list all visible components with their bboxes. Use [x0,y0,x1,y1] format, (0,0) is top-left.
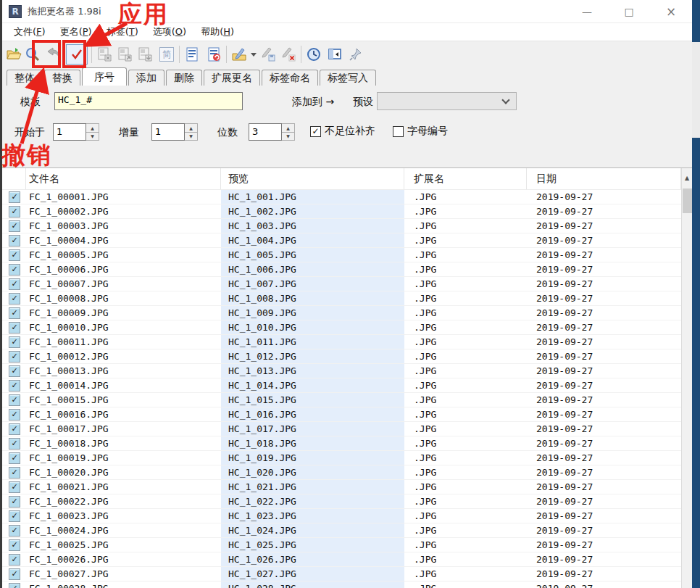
rename-import-icon[interactable] [136,46,154,63]
row-checkbox[interactable]: ✓ [9,322,20,334]
menu-item-o[interactable]: 选项(O) [146,24,193,40]
tab-5[interactable]: 删除 [166,70,202,86]
menu-item-h[interactable]: 帮助(H) [193,24,241,40]
row-checkbox[interactable]: ✓ [9,293,20,305]
table-row[interactable]: ✓ FC_1_00023.JPG HC_1_023.JPG .JPG 2019-… [2,509,681,523]
spin-up-icon[interactable]: ▲ [282,124,294,133]
row-checkbox[interactable]: ✓ [9,336,20,348]
history-clock-icon[interactable] [305,46,322,63]
increment-value[interactable]: 1 [151,123,185,141]
table-row[interactable]: ✓ FC_1_00014.JPG HC_1_014.JPG .JPG 2019-… [2,378,681,393]
digits-value[interactable]: 3 [249,123,282,141]
row-checkbox[interactable]: ✓ [9,539,20,551]
table-row[interactable]: ✓ FC_1_00007.JPG HC_1_007.JPG .JPG 2019-… [2,277,681,291]
table-row[interactable]: ✓ FC_1_00011.JPG HC_1_011.JPG .JPG 2019-… [2,335,681,349]
column-header-1[interactable]: 文件名 [26,168,221,189]
checkbox-unchecked-icon[interactable] [393,126,404,137]
row-checkbox[interactable]: ✓ [9,452,20,464]
rename-auto-icon[interactable] [96,46,113,63]
search-preview-icon[interactable] [24,46,41,63]
undo-icon[interactable] [44,46,62,63]
spin-up-icon[interactable]: ▲ [86,124,99,133]
row-checkbox[interactable]: ✓ [9,423,20,435]
row-checkbox[interactable]: ✓ [9,583,20,588]
table-row[interactable]: ✓ FC_1_00022.JPG HC_1_022.JPG .JPG 2019-… [2,494,681,509]
menu-item-t[interactable]: 标签(T) [99,24,146,40]
table-row[interactable]: ✓ FC_1_00020.JPG HC_1_020.JPG .JPG 2019-… [2,465,681,480]
preset-dropdown[interactable] [377,92,517,110]
table-row[interactable]: ✓ FC_1_00026.JPG HC_1_026.JPG .JPG 2019-… [2,552,681,567]
table-row[interactable]: ✓ FC_1_00025.JPG HC_1_025.JPG .JPG 2019-… [2,538,681,552]
table-row[interactable]: ✓ FC_1_00013.JPG HC_1_013.JPG .JPG 2019-… [2,364,681,378]
template-input[interactable]: HC_1_# [54,92,243,110]
table-row[interactable]: ✓ FC_1_00024.JPG HC_1_024.JPG .JPG 2019-… [2,523,681,538]
column-header-2[interactable]: 预览 [221,168,404,189]
open-folder-icon[interactable] [5,46,22,63]
write-tag-folder-icon[interactable] [230,46,248,63]
start-value[interactable]: 1 [53,123,86,141]
table-row[interactable]: ✓ FC_1_00009.JPG HC_1_009.JPG .JPG 2019-… [2,306,681,320]
spin-down-icon[interactable]: ▼ [185,133,197,141]
table-row[interactable]: ✓ FC_1_00028.JPG HC_1_028.JPG .JPG 2019-… [2,581,681,588]
row-checkbox[interactable]: ✓ [9,496,20,508]
column-header-3[interactable]: 扩展名 [404,168,527,189]
row-checkbox[interactable]: ✓ [9,525,20,537]
row-checkbox[interactable]: ✓ [9,380,20,392]
table-row[interactable]: ✓ FC_1_00015.JPG HC_1_015.JPG .JPG 2019-… [2,393,681,407]
table-row[interactable]: ✓ FC_1_00008.JPG HC_1_008.JPG .JPG 2019-… [2,291,681,306]
pad-checkbox[interactable]: ✓ 不足位补齐 [310,125,375,138]
list-plain-icon[interactable] [183,46,201,63]
list-refresh-icon[interactable] [205,46,222,63]
table-row[interactable]: ✓ FC_1_00018.JPG HC_1_018.JPG .JPG 2019-… [2,436,681,451]
table-row[interactable]: ✓ FC_1_00019.JPG HC_1_019.JPG .JPG 2019-… [2,451,681,465]
row-checkbox[interactable]: ✓ [9,191,20,203]
apply-check-icon[interactable] [66,44,88,65]
row-checkbox[interactable]: ✓ [9,235,20,247]
tab-3[interactable]: 序号 [82,67,127,86]
spin-down-icon[interactable]: ▼ [86,133,99,141]
table-row[interactable]: ✓ FC_1_00006.JPG HC_1_006.JPG .JPG 2019-… [2,262,681,277]
row-checkbox[interactable]: ✓ [9,220,20,232]
table-row[interactable]: ✓ FC_1_00005.JPG HC_1_005.JPG .JPG 2019-… [2,248,681,262]
table-row[interactable]: ✓ FC_1_00027.JPG HC_1_027.JPG .JPG 2019-… [2,567,681,581]
panel-layout-icon[interactable] [326,46,343,63]
table-row[interactable]: ✓ FC_1_00017.JPG HC_1_017.JPG .JPG 2019-… [2,422,681,436]
tab-7[interactable]: 标签命名 [262,70,318,86]
table-row[interactable]: ✓ FC_1_00012.JPG HC_1_012.JPG .JPG 2019-… [2,349,681,364]
column-header-4[interactable]: 日期 [527,168,681,189]
row-checkbox[interactable]: ✓ [9,307,20,319]
scrollbar-thumb[interactable] [683,189,692,213]
maximize-button[interactable]: □ [608,0,650,22]
rename-manual-icon[interactable] [116,46,133,63]
table-row[interactable]: ✓ FC_1_00002.JPG HC_1_002.JPG .JPG 2019-… [2,204,681,219]
checkbox-checked-icon[interactable]: ✓ [310,126,321,137]
row-checkbox[interactable]: ✓ [9,365,20,377]
spin-down-icon[interactable]: ▼ [282,133,294,141]
menu-item-f[interactable]: 文件(F) [7,24,53,40]
scroll-up-icon[interactable]: ▲ [682,168,692,187]
tab-4[interactable]: 添加 [128,70,164,86]
row-checkbox[interactable]: ✓ [9,554,20,566]
vertical-scrollbar[interactable]: ▲ [681,168,692,588]
row-checkbox[interactable]: ✓ [9,351,20,363]
table-row[interactable]: ✓ FC_1_00021.JPG HC_1_021.JPG .JPG 2019-… [2,480,681,494]
alpha-checkbox[interactable]: 字母编号 [393,125,448,138]
write-tag-dropdown-caret-icon[interactable] [251,53,257,57]
table-row[interactable]: ✓ FC_1_00004.JPG HC_1_004.JPG .JPG 2019-… [2,233,681,248]
minimize-button[interactable]: — [566,0,608,22]
row-checkbox[interactable]: ✓ [9,409,20,421]
table-row[interactable]: ✓ FC_1_00016.JPG HC_1_016.JPG .JPG 2019-… [2,407,681,422]
tab-6[interactable]: 扩展更名 [204,70,260,86]
row-checkbox[interactable]: ✓ [9,438,20,450]
row-checkbox[interactable]: ✓ [9,510,20,522]
table-row[interactable]: ✓ FC_1_00001.JPG HC_1_001.JPG .JPG 2019-… [2,190,681,204]
row-checkbox[interactable]: ✓ [9,278,20,290]
tag-delete-icon[interactable] [280,46,297,63]
row-checkbox[interactable]: ✓ [9,206,20,218]
menu-item-p[interactable]: 更名(P) [53,24,99,40]
tab-2[interactable]: 替换 [44,70,80,86]
simplified-convert-icon[interactable]: 简 [158,46,175,63]
tag-save-icon[interactable] [259,46,277,63]
tab-8[interactable]: 标签写入 [320,70,376,86]
row-checkbox[interactable]: ✓ [9,467,20,479]
